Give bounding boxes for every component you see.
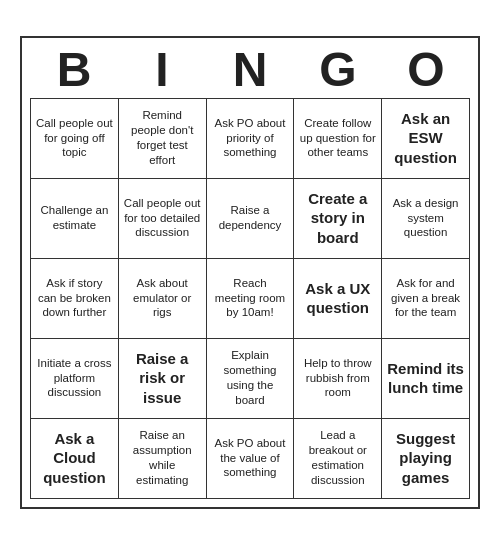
bingo-cell-19[interactable]: Remind its lunch time	[382, 339, 470, 419]
bingo-cell-22[interactable]: Ask PO about the value of something	[207, 419, 295, 499]
bingo-card: BINGO Call people out for going off topi…	[20, 36, 480, 509]
bingo-cell-24[interactable]: Suggest playing games	[382, 419, 470, 499]
bingo-letter-I: I	[120, 46, 204, 94]
bingo-cell-6[interactable]: Call people out for too detailed discuss…	[119, 179, 207, 259]
bingo-cell-12[interactable]: Reach meeting room by 10am!	[207, 259, 295, 339]
bingo-cell-0[interactable]: Call people out for going off topic	[31, 99, 119, 179]
bingo-grid: Call people out for going off topicRemin…	[30, 98, 470, 499]
bingo-cell-13[interactable]: Ask a UX question	[294, 259, 382, 339]
bingo-cell-23[interactable]: Lead a breakout or estimation discussion	[294, 419, 382, 499]
bingo-cell-18[interactable]: Help to throw rubbish from room	[294, 339, 382, 419]
bingo-header: BINGO	[30, 46, 470, 94]
bingo-letter-O: O	[384, 46, 468, 94]
bingo-cell-16[interactable]: Raise a risk or issue	[119, 339, 207, 419]
bingo-cell-4[interactable]: Ask an ESW question	[382, 99, 470, 179]
bingo-letter-G: G	[296, 46, 380, 94]
bingo-cell-20[interactable]: Ask a Cloud question	[31, 419, 119, 499]
bingo-cell-5[interactable]: Challenge an estimate	[31, 179, 119, 259]
bingo-cell-10[interactable]: Ask if story can be broken down further	[31, 259, 119, 339]
bingo-cell-2[interactable]: Ask PO about priority of something	[207, 99, 295, 179]
bingo-cell-9[interactable]: Ask a design system question	[382, 179, 470, 259]
bingo-cell-17[interactable]: Explain something using the board	[207, 339, 295, 419]
bingo-cell-3[interactable]: Create follow up question for other team…	[294, 99, 382, 179]
bingo-letter-N: N	[208, 46, 292, 94]
bingo-cell-21[interactable]: Raise an assumption while estimating	[119, 419, 207, 499]
bingo-cell-15[interactable]: Initiate a cross platform discussion	[31, 339, 119, 419]
bingo-cell-7[interactable]: Raise a dependency	[207, 179, 295, 259]
bingo-cell-11[interactable]: Ask about emulator or rigs	[119, 259, 207, 339]
bingo-cell-8[interactable]: Create a story in board	[294, 179, 382, 259]
bingo-cell-1[interactable]: Remind people don't forget test effort	[119, 99, 207, 179]
bingo-cell-14[interactable]: Ask for and given a break for the team	[382, 259, 470, 339]
bingo-letter-B: B	[32, 46, 116, 94]
